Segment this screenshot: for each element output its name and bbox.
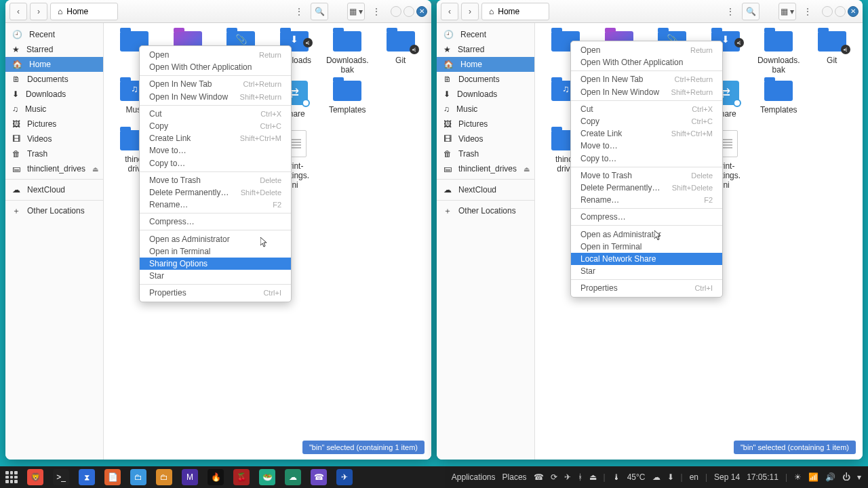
dash-icon-8[interactable]: 🔥 xyxy=(208,469,224,485)
search-button[interactable]: 🔍 xyxy=(311,3,328,20)
dash-icon-3[interactable]: ⧗ xyxy=(79,469,95,485)
sidebar-item-videos[interactable]: 🎞Videos xyxy=(5,131,103,146)
wifi-icon[interactable]: 📶 xyxy=(808,472,818,482)
sidebar-item-music[interactable]: ♫Music xyxy=(5,102,103,117)
file-item[interactable]: Templates xyxy=(322,79,373,126)
file-item[interactable] xyxy=(376,79,427,126)
bluetooth-icon[interactable]: ᚼ xyxy=(578,472,583,482)
maximize-button[interactable] xyxy=(403,6,414,17)
content-area[interactable]: bin📎↗⬇⪪Downloads.bak⪪Git♫u.kvm.nfs⇄Share… xyxy=(535,23,863,460)
menu-item-open-with-other-application[interactable]: Open With Other Application xyxy=(140,61,291,73)
menu-item-open-in-terminal[interactable]: Open in Terminal xyxy=(140,245,291,258)
menu-item-cut[interactable]: CutCtrl+X xyxy=(140,108,291,120)
close-button[interactable]: ✕ xyxy=(848,6,859,17)
dash-icon-12[interactable]: ☎ xyxy=(311,469,327,485)
menu-item-rename-[interactable]: Rename…F2 xyxy=(571,194,722,206)
menu-item-delete-permanently-[interactable]: Delete Permanently…Shift+Delete xyxy=(571,182,722,194)
dash-icon-13[interactable]: ✈ xyxy=(336,469,353,485)
sidebar-item-downloads[interactable]: ⬇Downloads xyxy=(437,87,534,102)
menu-item-local-network-share[interactable]: Local Network Share xyxy=(571,253,722,265)
sidebar-item-starred[interactable]: ★Starred xyxy=(5,42,103,57)
content-area[interactable]: b📎↗⬇⪪ownloadsDownloads.bak⪪Git♫Musimu.kv… xyxy=(104,23,431,460)
sidebar-item-nextcloud[interactable]: ☁NextCloud xyxy=(437,182,534,197)
sidebar-item-videos[interactable]: 🎞Videos xyxy=(437,131,534,146)
menu-item-open[interactable]: OpenReturn xyxy=(140,49,291,61)
hamburger-button[interactable]: ⋮ xyxy=(799,3,816,20)
minimize-button[interactable] xyxy=(391,6,401,17)
menu-item-compress-[interactable]: Compress… xyxy=(571,211,722,223)
eject-icon[interactable]: ⏏ xyxy=(524,165,530,173)
eject-icon[interactable]: ⏏ xyxy=(92,165,98,173)
close-button[interactable]: ✕ xyxy=(416,6,427,17)
menu-item-open-in-new-window[interactable]: Open In New WindowShift+Return xyxy=(571,86,722,98)
view-toggle-button[interactable]: ▦ ▾ xyxy=(778,3,796,20)
search-button[interactable]: 🔍 xyxy=(742,3,760,20)
menu-item-star[interactable]: Star xyxy=(571,265,722,277)
menu-item-compress-[interactable]: Compress… xyxy=(140,216,291,228)
sidebar-item-recent[interactable]: 🕘Recent xyxy=(437,27,534,42)
menu-item-open-in-new-window[interactable]: Open In New WindowShift+Return xyxy=(140,91,291,103)
forward-button[interactable]: › xyxy=(461,3,479,20)
file-item[interactable]: ⪪Git xyxy=(376,30,427,77)
menu-item-open-in-terminal[interactable]: Open in Terminal xyxy=(571,241,722,253)
tray-places[interactable]: Places xyxy=(502,472,527,482)
sidebar-item-thinclient_drives[interactable]: 🖴thinclient_drives⏏ xyxy=(5,161,103,176)
dash-icon-7[interactable]: M xyxy=(182,469,198,485)
sidebar-item-nextcloud[interactable]: ☁NextCloud xyxy=(5,182,103,197)
file-item[interactable] xyxy=(807,79,858,126)
power-icon[interactable]: ⏻ xyxy=(842,472,850,482)
back-button[interactable]: ‹ xyxy=(9,3,27,20)
view-toggle-button[interactable]: ▦ ▾ xyxy=(347,3,365,20)
dash-icon-9[interactable]: 🍒 xyxy=(233,469,250,485)
menu-item-copy-to-[interactable]: Copy to… xyxy=(571,152,722,165)
menu-item-copy-to-[interactable]: Copy to… xyxy=(140,157,291,169)
sync-icon[interactable]: ⟳ xyxy=(551,472,557,482)
tray-time[interactable]: 17:05:11 xyxy=(747,472,778,482)
sidebar-item-pictures[interactable]: 🖼Pictures xyxy=(437,117,534,131)
dropdown-icon[interactable]: ▾ xyxy=(857,472,861,482)
dash-icon-0[interactable] xyxy=(5,471,18,483)
menu-item-sharing-options[interactable]: Sharing Options xyxy=(140,258,291,270)
path-menu-button[interactable]: ⋮ xyxy=(722,3,739,20)
sidebar-item-trash[interactable]: 🗑Trash xyxy=(437,146,534,161)
menu-item-open-in-new-tab[interactable]: Open In New TabCtrl+Return xyxy=(571,73,722,85)
dash-icon-4[interactable]: 📄 xyxy=(104,469,121,485)
sidebar-item-recent[interactable]: 🕘Recent xyxy=(5,27,103,42)
sidebar-item-pictures[interactable]: 🖼Pictures xyxy=(5,117,103,131)
volume-icon[interactable]: 🔊 xyxy=(825,472,835,482)
sidebar-item-downloads[interactable]: ⬇Downloads xyxy=(5,87,103,102)
menu-item-copy[interactable]: CopyCtrl+C xyxy=(140,120,291,132)
menu-item-open-in-new-tab[interactable]: Open In New TabCtrl+Return xyxy=(140,78,291,90)
menu-item-create-link[interactable]: Create LinkShift+Ctrl+M xyxy=(571,127,722,140)
sidebar-item-documents[interactable]: 🗎Documents xyxy=(437,72,534,87)
sidebar-item-other-locations[interactable]: ＋Other Locations xyxy=(5,203,103,218)
sidebar-item-documents[interactable]: 🗎Documents xyxy=(5,72,103,87)
dash-icon-5[interactable]: 🗀 xyxy=(130,469,146,485)
file-item[interactable]: Templates xyxy=(753,79,804,126)
menu-item-properties[interactable]: PropertiesCtrl+I xyxy=(571,282,722,294)
dash-icon-10[interactable]: 🥗 xyxy=(259,469,275,485)
tray-date[interactable]: Sep 14 xyxy=(714,472,740,482)
file-item[interactable]: Downloads.bak xyxy=(322,30,373,77)
menu-item-rename-[interactable]: Rename…F2 xyxy=(140,199,291,211)
menu-item-open[interactable]: OpenReturn xyxy=(571,44,722,56)
dash-icon-2[interactable]: >_ xyxy=(53,469,69,485)
menu-item-delete-permanently-[interactable]: Delete Permanently…Shift+Delete xyxy=(140,186,291,199)
path-menu-button[interactable]: ⋮ xyxy=(290,3,308,20)
dash-icon-1[interactable]: 🦁 xyxy=(27,469,43,485)
brightness-icon[interactable]: ☀ xyxy=(794,472,802,482)
keyboard-lang[interactable]: en xyxy=(690,472,698,482)
menu-item-star[interactable]: Star xyxy=(140,270,291,282)
sidebar-item-music[interactable]: ♫Music xyxy=(437,102,534,117)
path-bar[interactable]: ⌂ Home xyxy=(481,3,549,20)
file-item[interactable]: Downloads.bak xyxy=(753,30,804,77)
menu-item-move-to-trash[interactable]: Move to TrashDelete xyxy=(140,174,291,186)
menu-item-copy[interactable]: CopyCtrl+C xyxy=(571,115,722,127)
sidebar-item-other-locations[interactable]: ＋Other Locations xyxy=(437,203,534,218)
forward-button[interactable]: › xyxy=(30,3,47,20)
minimize-button[interactable] xyxy=(822,6,833,17)
sidebar-item-starred[interactable]: ★Starred xyxy=(437,42,534,57)
menu-item-properties[interactable]: PropertiesCtrl+I xyxy=(140,287,291,299)
maximize-button[interactable] xyxy=(835,6,846,17)
menu-item-open-as-administrator[interactable]: Open as Administrator xyxy=(571,228,722,240)
